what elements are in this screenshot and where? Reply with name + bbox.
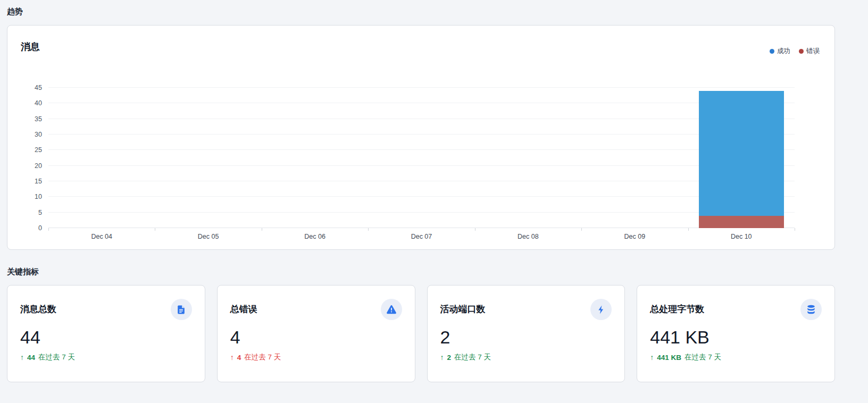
x-axis-tick <box>688 228 689 231</box>
chart-title: 消息 <box>21 40 40 53</box>
chart-plot <box>48 88 795 228</box>
trend-value: 2 <box>447 354 452 362</box>
metric-value: 44 <box>20 328 192 347</box>
x-axis-tick <box>262 228 262 231</box>
bar-segment-成功[interactable] <box>699 91 784 216</box>
y-tick-label: 25 <box>35 146 42 154</box>
trend-up-arrow-icon: ↑ <box>440 353 444 362</box>
x-axis-tick <box>368 228 369 231</box>
error-legend-dot-icon <box>799 49 804 54</box>
bars-layer <box>48 88 795 228</box>
metric-title: 总处理字节数 <box>650 299 704 315</box>
x-tick-label: Dec 09 <box>581 233 688 240</box>
metrics-row: 消息总数 44 ↑ 44 在过去 7 天 <box>7 285 835 382</box>
bar-group <box>48 88 155 228</box>
trend-up-arrow-icon: ↑ <box>230 353 234 362</box>
y-tick-label: 35 <box>35 115 42 123</box>
trend-value: 4 <box>237 354 241 362</box>
x-axis: Dec 04Dec 05Dec 06Dec 07Dec 08Dec 09Dec … <box>48 228 795 245</box>
metric-card-total-messages[interactable]: 消息总数 44 ↑ 44 在过去 7 天 <box>7 285 205 382</box>
dashboard-page: 趋势 消息 成功 错误 051015202530354045 Dec 04Dec… <box>0 0 868 382</box>
y-axis: 051015202530354045 <box>21 88 48 228</box>
metric-title: 消息总数 <box>20 299 56 315</box>
messages-chart-card: 消息 成功 错误 051015202530354045 Dec 04Dec 05… <box>7 25 835 250</box>
x-axis-tick <box>48 228 49 231</box>
trend-period: 在过去 7 天 <box>38 352 75 362</box>
x-tick-label: Dec 08 <box>475 233 581 240</box>
trend-period: 在过去 7 天 <box>454 352 491 362</box>
y-tick-label: 30 <box>35 131 42 138</box>
legend-item-error[interactable]: 错误 <box>799 47 820 56</box>
y-tick-label: 45 <box>35 84 42 91</box>
trend-period: 在过去 7 天 <box>685 352 721 362</box>
bar-group <box>475 88 581 228</box>
chart-legend: 成功 错误 <box>770 40 820 56</box>
metric-card-total-errors[interactable]: 总错误 4 ↑ 4 在过去 7 天 <box>217 285 415 382</box>
bar-group <box>368 88 474 228</box>
metric-value: 4 <box>230 328 402 347</box>
metric-title: 活动端口数 <box>440 299 486 315</box>
metrics-heading: 关键指标 <box>7 267 835 277</box>
bar-group <box>262 88 368 228</box>
x-tick-label: Dec 05 <box>155 233 261 240</box>
trend-indicator: ↑ 44 在过去 7 天 <box>20 352 192 362</box>
file-text-icon <box>171 299 192 320</box>
trend-value: 44 <box>27 354 35 362</box>
x-tick-label: Dec 07 <box>368 233 474 240</box>
trend-up-arrow-icon: ↑ <box>20 353 24 362</box>
trends-heading: 趋势 <box>7 7 835 17</box>
y-tick-label: 20 <box>35 162 42 170</box>
bar-group <box>581 88 688 228</box>
trend-indicator: ↑ 4 在过去 7 天 <box>230 352 402 362</box>
y-tick-label: 5 <box>38 209 42 216</box>
legend-label: 成功 <box>777 47 790 56</box>
legend-label: 错误 <box>806 47 820 56</box>
chart-area: 051015202530354045 Dec 04Dec 05Dec 06Dec… <box>21 88 795 245</box>
y-tick-label: 15 <box>35 178 42 185</box>
trend-indicator: ↑ 2 在过去 7 天 <box>440 352 612 362</box>
y-tick-label: 10 <box>35 193 42 200</box>
metric-card-active-ports[interactable]: 活动端口数 2 ↑ 2 在过去 7 天 <box>427 285 625 382</box>
bar-group <box>688 88 795 228</box>
chart-header: 消息 成功 错误 <box>7 26 834 56</box>
trend-period: 在过去 7 天 <box>244 352 281 362</box>
x-axis-tick <box>155 228 155 231</box>
x-axis-tick <box>795 228 795 231</box>
x-tick-label: Dec 10 <box>688 233 795 240</box>
lightning-icon <box>590 299 612 320</box>
metric-value: 2 <box>440 328 612 347</box>
x-axis-tick <box>581 228 582 231</box>
metric-title: 总错误 <box>230 299 257 315</box>
x-tick-label: Dec 04 <box>48 233 155 240</box>
success-legend-dot-icon <box>770 49 774 54</box>
trend-value: 441 KB <box>657 354 681 362</box>
bar-group <box>155 88 261 228</box>
metric-card-total-bytes[interactable]: 总处理字节数 441 KB ↑ 441 KB 在过去 7 天 <box>637 285 835 382</box>
database-icon <box>800 299 822 320</box>
legend-item-success[interactable]: 成功 <box>770 47 790 56</box>
metric-value: 441 KB <box>650 328 822 347</box>
plot-column: Dec 04Dec 05Dec 06Dec 07Dec 08Dec 09Dec … <box>48 88 795 245</box>
trend-indicator: ↑ 441 KB 在过去 7 天 <box>650 352 822 362</box>
x-tick-label: Dec 06 <box>262 233 368 240</box>
alert-triangle-icon <box>381 299 402 320</box>
trend-up-arrow-icon: ↑ <box>650 353 654 362</box>
bar-segment-错误[interactable] <box>699 216 784 228</box>
y-tick-label: 0 <box>38 224 42 232</box>
y-tick-label: 40 <box>35 99 42 107</box>
x-axis-tick <box>475 228 475 231</box>
